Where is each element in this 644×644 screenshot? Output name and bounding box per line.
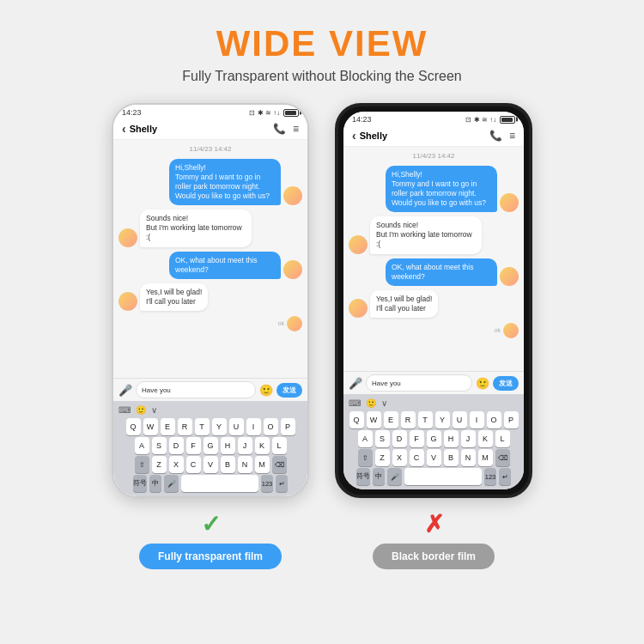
key-p[interactable]: P	[281, 418, 295, 435]
key-r-s[interactable]: S	[375, 430, 390, 447]
send-btn-right[interactable]: 发送	[493, 376, 519, 391]
key-r-z[interactable]: Z	[375, 449, 390, 466]
send-btn-left[interactable]: 发送	[276, 383, 302, 398]
key-r-w[interactable]: W	[367, 411, 381, 428]
keyboard-right[interactable]: ⌨ 🙂 ∨ Q W E R T Y U I O	[343, 394, 524, 489]
key-d[interactable]: D	[169, 437, 184, 454]
key-r-a[interactable]: A	[358, 430, 373, 447]
key-m[interactable]: M	[255, 456, 270, 473]
key-k[interactable]: K	[255, 437, 270, 454]
key-g[interactable]: G	[204, 437, 218, 454]
menu-icon-right[interactable]: ≡	[509, 130, 515, 142]
header-section: WIDE VIEW Fully Transparent without Bloc…	[182, 0, 462, 94]
key-b[interactable]: B	[221, 456, 235, 473]
key-r-f[interactable]: F	[410, 430, 424, 447]
key-r-r[interactable]: R	[401, 411, 416, 428]
key-i[interactable]: I	[246, 418, 261, 435]
key-symbols[interactable]: 符号	[133, 475, 147, 492]
key-r-delete[interactable]: ⌫	[495, 449, 510, 466]
key-r-e[interactable]: E	[384, 411, 398, 428]
key-zh[interactable]: 中	[149, 475, 161, 492]
key-r-123[interactable]: 123	[484, 468, 496, 485]
key-r-b[interactable]: B	[444, 449, 459, 466]
phone-icon-left[interactable]: 📞	[273, 123, 286, 135]
kb-icon-2[interactable]: 🙂	[136, 405, 146, 415]
key-q[interactable]: Q	[126, 418, 141, 435]
key-r-u[interactable]: U	[453, 411, 467, 428]
key-u[interactable]: U	[229, 418, 244, 435]
emoji-icon-left[interactable]: 🙂	[259, 384, 273, 397]
key-r-h[interactable]: H	[444, 430, 459, 447]
subtitle: Fully Transparent without Blocking the S…	[182, 69, 462, 84]
input-box-left[interactable]: Have you	[136, 381, 256, 398]
key-r-space[interactable]	[404, 468, 482, 485]
key-mic[interactable]: 🎤	[164, 475, 179, 492]
key-l[interactable]: L	[272, 437, 287, 454]
key-r-zh[interactable]: 中	[373, 468, 385, 485]
menu-icon-left[interactable]: ≡	[293, 123, 299, 135]
key-j[interactable]: J	[238, 437, 252, 454]
key-123[interactable]: 123	[261, 475, 273, 492]
key-w[interactable]: W	[143, 418, 158, 435]
key-e[interactable]: E	[161, 418, 175, 435]
key-space[interactable]	[181, 475, 258, 492]
key-r-n[interactable]: N	[461, 449, 476, 466]
key-c[interactable]: C	[186, 456, 201, 473]
key-enter[interactable]: ↵	[276, 475, 288, 492]
key-r-t[interactable]: T	[418, 411, 433, 428]
phone-icon-right[interactable]: 📞	[489, 130, 502, 142]
key-s[interactable]: S	[152, 437, 167, 454]
avatar-sent-2	[283, 260, 302, 279]
key-n[interactable]: N	[238, 456, 252, 473]
emoji-icon-right[interactable]: 🙂	[476, 377, 489, 390]
key-r-p[interactable]: P	[504, 411, 519, 428]
kb-icon-r1[interactable]: ⌨	[349, 398, 361, 408]
key-r[interactable]: R	[178, 418, 192, 435]
key-z[interactable]: Z	[152, 456, 167, 473]
msg-right-1: Hi,Shelly!Tommy and I want to go in roll…	[349, 166, 519, 212]
key-r-c[interactable]: C	[410, 449, 424, 466]
key-r-mic[interactable]: 🎤	[387, 468, 402, 485]
key-r-q[interactable]: Q	[349, 411, 364, 428]
kb-icon-3[interactable]: ∨	[151, 405, 157, 415]
key-r-m[interactable]: M	[478, 449, 493, 466]
avatar-r-sent-1	[500, 193, 519, 212]
key-v[interactable]: V	[204, 456, 218, 473]
kb-icon-r2[interactable]: 🙂	[366, 398, 376, 408]
key-y[interactable]: Y	[212, 418, 227, 435]
avatar-sent-1	[283, 186, 302, 205]
key-t[interactable]: T	[195, 418, 210, 435]
key-f[interactable]: F	[186, 437, 201, 454]
key-r-d[interactable]: D	[392, 430, 407, 447]
key-o[interactable]: O	[264, 418, 278, 435]
key-r-k[interactable]: K	[478, 430, 493, 447]
kb-icon-r3[interactable]: ∨	[381, 398, 387, 408]
back-arrow-left[interactable]: ‹	[122, 122, 126, 136]
chat-header-left: ‹ Shelly 📞 ≡	[113, 118, 307, 140]
key-delete[interactable]: ⌫	[272, 456, 287, 473]
kb-icon-1[interactable]: ⌨	[118, 405, 131, 415]
key-r-enter[interactable]: ↵	[499, 468, 511, 485]
keyboard-left[interactable]: ⌨ 🙂 ∨ Q W E R T Y U I O P	[113, 401, 307, 496]
key-r-j[interactable]: J	[461, 430, 476, 447]
key-r-shift[interactable]: ⇧	[358, 449, 373, 466]
input-box-right[interactable]: Have you	[366, 374, 472, 392]
back-arrow-right[interactable]: ‹	[352, 129, 356, 143]
chat-header-right: ‹ Shelly 📞 ≡	[343, 125, 524, 147]
key-shift[interactable]: ⇧	[135, 456, 149, 473]
key-a[interactable]: A	[135, 437, 149, 454]
key-r-l[interactable]: L	[495, 430, 510, 447]
bubble-r-recv-1: Sounds nice!But I'm working late tomorro…	[370, 216, 482, 253]
key-r-y[interactable]: Y	[435, 411, 450, 428]
key-r-v[interactable]: V	[427, 449, 441, 466]
key-r-g[interactable]: G	[427, 430, 441, 447]
key-r-x[interactable]: X	[392, 449, 407, 466]
mic-icon-left[interactable]: 🎤	[118, 384, 132, 397]
key-r-o[interactable]: O	[487, 411, 501, 428]
mic-icon-right[interactable]: 🎤	[349, 377, 362, 390]
key-h[interactable]: H	[221, 437, 235, 454]
key-r-symbols[interactable]: 符号	[356, 468, 370, 485]
key-r-i[interactable]: I	[470, 411, 484, 428]
label-group-left: ✓ Fully transparent film	[112, 510, 309, 569]
key-x[interactable]: X	[169, 456, 184, 473]
